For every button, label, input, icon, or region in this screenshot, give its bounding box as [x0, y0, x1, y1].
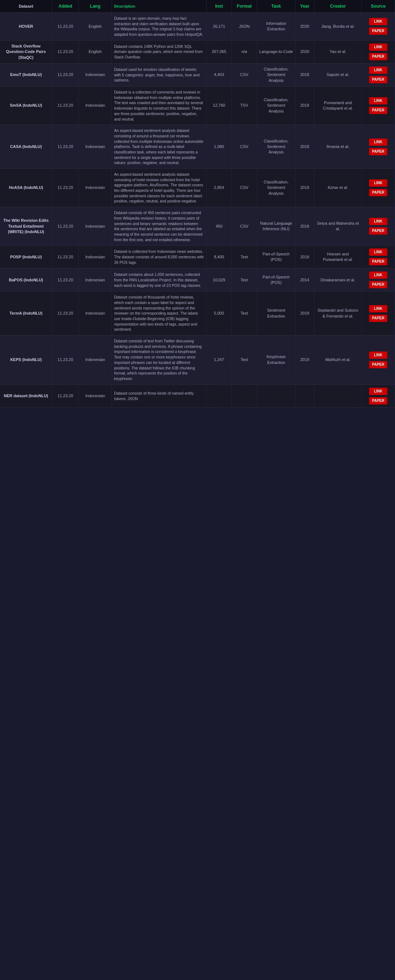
link-button[interactable]: LINK [369, 18, 387, 25]
paper-button[interactable]: PAPER [369, 258, 387, 265]
cell-inst: 26,171 [207, 13, 232, 41]
cell-year: 2020 [295, 40, 314, 63]
cell-creator [314, 384, 362, 407]
link-button[interactable]: LINK [369, 43, 387, 51]
cell-source: LINKPAPER [362, 63, 395, 86]
link-button[interactable]: LINK [369, 305, 387, 312]
cell-creator: Jiang, Bordia et al. [314, 13, 362, 41]
cell-inst: 4,403 [207, 63, 232, 86]
paper-button[interactable]: PAPER [369, 27, 387, 35]
datasets-table: Dataset Added Lang Description Inst Form… [0, 0, 395, 408]
header-inst: Inst [207, 0, 232, 13]
paper-button[interactable]: PAPER [369, 53, 387, 60]
cell-added: 11.23.20 [52, 384, 78, 407]
cell-task: Natural Language Inference (NLI) [257, 207, 296, 245]
cell-source: LINKPAPER [362, 384, 395, 407]
cell-format: Text [232, 269, 257, 291]
table-row: SmSA (IndoNLU)11.23.20IndonesianDataset … [0, 87, 395, 125]
header-source: Source [362, 0, 395, 13]
paper-button[interactable]: PAPER [369, 148, 387, 155]
cell-added: 11.23.20 [52, 125, 78, 169]
cell-inst [207, 384, 232, 407]
paper-button[interactable]: PAPER [369, 107, 387, 114]
cell-inst: 450 [207, 207, 232, 245]
cell-lang: English [78, 40, 112, 63]
cell-format: TSV [232, 87, 257, 125]
cell-task: Sentiment Extraction [257, 291, 296, 336]
cell-description: Dataset contains 148K Python and 120K SQ… [112, 40, 207, 63]
paper-button[interactable]: PAPER [369, 315, 387, 322]
cell-creator: Hoesen and Purwarianti et al. [314, 245, 362, 269]
cell-description: Dataset is collected from Indonesian new… [112, 245, 207, 269]
cell-format: JSON [232, 13, 257, 41]
paper-button[interactable]: PAPER [369, 76, 387, 83]
cell-lang: English [78, 13, 112, 41]
paper-button[interactable]: PAPER [369, 189, 387, 196]
paper-button[interactable]: PAPER [369, 281, 387, 288]
cell-creator: Yao et al. [314, 40, 362, 63]
table-row: HoASA (IndoNLU)11.23.20IndonesianAn aspe… [0, 169, 395, 207]
cell-description: Dataset contains about 1,000 sentences, … [112, 269, 207, 291]
cell-task: Classification, Sentiment Analysis [257, 169, 296, 207]
cell-lang: Indonesian [78, 291, 112, 336]
header-description: Description [112, 0, 207, 13]
table-row: NER dataset (IndoNLU)11.23.20IndonesianD… [0, 384, 395, 407]
cell-lang: Indonesian [78, 87, 112, 125]
cell-added: 11.23.20 [52, 207, 78, 245]
table-row: HOVER11.23.20EnglishDataset is an open-d… [0, 13, 395, 41]
cell-creator: Mahfuzh et al. [314, 336, 362, 385]
link-button[interactable]: LINK [369, 388, 387, 395]
table-row: The Wiki Revision Edits Textual Entailme… [0, 207, 395, 245]
cell-description: Dataset consists of three kinds of named… [112, 384, 207, 407]
cell-description: Dataset is a collection of comments and … [112, 87, 207, 125]
paper-button[interactable]: PAPER [369, 227, 387, 235]
cell-added: 11.23.20 [52, 63, 78, 86]
cell-inst: 1,247 [207, 336, 232, 385]
cell-task: Part-of-Speech (POS) [257, 269, 296, 291]
cell-inst: 2,854 [207, 169, 232, 207]
cell-inst: 8,400 [207, 245, 232, 269]
cell-year: 2019 [295, 291, 314, 336]
cell-inst: 5,000 [207, 291, 232, 336]
paper-button[interactable]: PAPER [369, 397, 387, 404]
cell-year: 2019 [295, 87, 314, 125]
cell-source: LINKPAPER [362, 207, 395, 245]
cell-dataset: HOVER [0, 13, 52, 41]
cell-dataset: KEPS (IndoNLU) [0, 336, 52, 385]
cell-source: LINKPAPER [362, 336, 395, 385]
cell-lang: Indonesian [78, 269, 112, 291]
cell-year: 2019 [295, 336, 314, 385]
link-button[interactable]: LINK [369, 352, 387, 359]
link-button[interactable]: LINK [369, 218, 387, 225]
cell-dataset: SmSA (IndoNLU) [0, 87, 52, 125]
cell-added: 11.23.20 [52, 13, 78, 41]
link-button[interactable]: LINK [369, 138, 387, 146]
cell-lang: Indonesian [78, 207, 112, 245]
paper-button[interactable]: PAPER [369, 361, 387, 368]
cell-creator: Azhar et al. [314, 169, 362, 207]
cell-description: Dataset used for emotion classification … [112, 63, 207, 86]
cell-year [295, 384, 314, 407]
cell-lang: Indonesian [78, 63, 112, 86]
cell-description: An aspect-based sentiment analysis datas… [112, 169, 207, 207]
link-button[interactable]: LINK [369, 67, 387, 74]
link-button[interactable]: LINK [369, 272, 387, 279]
cell-dataset: Stack Overflow Question-Code Pairs (StaQ… [0, 40, 52, 63]
cell-year: 2019 [295, 169, 314, 207]
link-button[interactable]: LINK [369, 180, 387, 187]
cell-dataset: TermA (IndoNLU) [0, 291, 52, 336]
header-creator: Creator [314, 0, 362, 13]
link-button[interactable]: LINK [369, 248, 387, 256]
cell-task: Classification, Sentiment Analysis [257, 63, 296, 86]
cell-format: Text [232, 336, 257, 385]
header-dataset: Dataset [0, 0, 52, 13]
cell-source: LINKPAPER [362, 13, 395, 41]
cell-year: 2018 [295, 125, 314, 169]
table-row: EmoT (IndoNLU)11.23.20IndonesianDataset … [0, 63, 395, 86]
link-button[interactable]: LINK [369, 97, 387, 105]
cell-task: Language-to-Code [257, 40, 296, 63]
cell-year: 2014 [295, 269, 314, 291]
cell-format: Text [232, 291, 257, 336]
table-row: Stack Overflow Question-Code Pairs (StaQ… [0, 40, 395, 63]
cell-lang: Indonesian [78, 384, 112, 407]
